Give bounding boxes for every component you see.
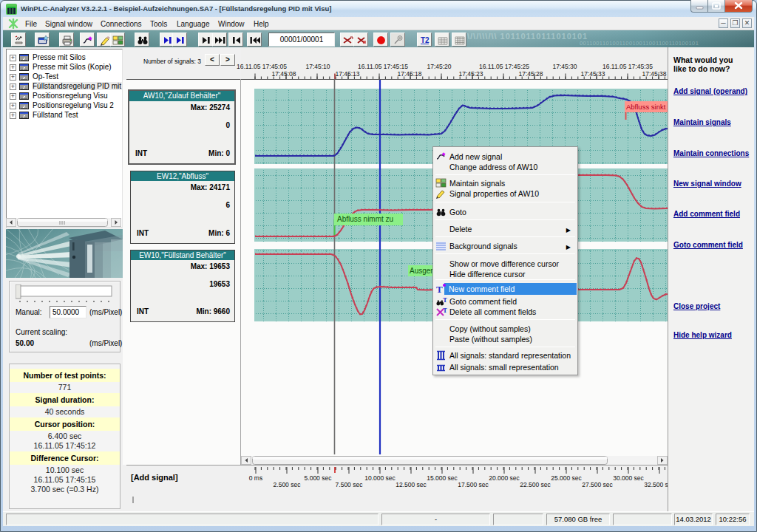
svg-text:T: T: [436, 284, 443, 295]
svg-text:17:45:18: 17:45:18: [397, 70, 421, 78]
svg-text:16.11.05 17:45:35: 16.11.05 17:45:35: [602, 63, 653, 70]
svg-text:17:45:38: 17:45:38: [642, 70, 666, 78]
svg-text:Abfluss sinkt: Abfluss sinkt: [626, 103, 666, 111]
svg-text:16.11.05 17:45:05: 16.11.05 17:45:05: [237, 63, 287, 70]
svg-text:25.000 sec: 25.000 sec: [551, 474, 582, 482]
svg-text:[Add signal]: [Add signal]: [131, 473, 178, 482]
svg-text:T2: T2: [421, 36, 430, 44]
svg-text:T: T: [443, 296, 447, 304]
svg-text:Ausger: Ausger: [410, 267, 433, 275]
svg-text:T: T: [443, 307, 447, 314]
svg-text:16.11.05 17:45:25: 16.11.05 17:45:25: [479, 63, 529, 70]
svg-text:12.500 sec: 12.500 sec: [396, 481, 427, 488]
svg-text:17.500 sec: 17.500 sec: [458, 481, 489, 488]
svg-text:17:45:20: 17:45:20: [427, 63, 451, 70]
svg-text:17:45:13: 17:45:13: [335, 70, 359, 78]
svg-text:27.500 sec: 27.500 sec: [582, 481, 613, 488]
svg-text:10.000 sec: 10.000 sec: [364, 474, 396, 482]
svg-text:17:45:30: 17:45:30: [552, 63, 577, 70]
svg-text:30.000 sec: 30.000 sec: [613, 474, 644, 482]
svg-text:2.500 sec: 2.500 sec: [274, 481, 302, 488]
svg-text:17:45:23: 17:45:23: [458, 70, 483, 78]
svg-text:16.11.05 17:45:15: 16.11.05 17:45:15: [358, 63, 408, 70]
svg-text:15.000 sec: 15.000 sec: [427, 474, 458, 482]
svg-text:5.000 sec: 5.000 sec: [305, 474, 333, 482]
svg-text:0 ms: 0 ms: [249, 474, 262, 482]
svg-text:17:45:10: 17:45:10: [305, 63, 330, 70]
svg-text:7.500 sec: 7.500 sec: [336, 481, 364, 488]
svg-text:20.000 sec: 20.000 sec: [489, 474, 520, 482]
svg-text:22.500 sec: 22.500 sec: [520, 481, 551, 488]
svg-text:Abfluss nimmt zu: Abfluss nimmt zu: [337, 215, 393, 223]
